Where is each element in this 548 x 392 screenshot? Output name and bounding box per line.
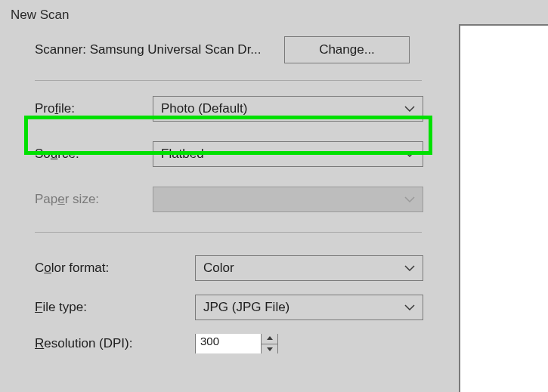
resolution-value[interactable]: 300 xyxy=(196,334,261,353)
color-format-label: Color format: xyxy=(35,261,195,276)
file-type-row: File type: JPG (JPG File) xyxy=(35,295,525,320)
scanner-label: Scanner: Samsung Universal Scan Dr... xyxy=(35,42,284,57)
profile-dropdown[interactable]: Photo (Default) xyxy=(153,96,423,122)
paper-size-row: Paper size: xyxy=(35,187,525,212)
source-row: Source: Flatbed xyxy=(35,141,525,167)
spin-up-button[interactable] xyxy=(262,334,277,344)
divider xyxy=(35,80,422,81)
source-label: Source: xyxy=(35,147,153,162)
paper-size-label: Paper size: xyxy=(35,192,153,207)
color-format-row: Color format: Color xyxy=(35,255,525,281)
resolution-row: Resolution (DPI): 300 xyxy=(35,334,525,353)
scanner-row: Scanner: Samsung Universal Scan Dr... Ch… xyxy=(35,36,420,63)
chevron-down-icon xyxy=(404,151,415,157)
profile-label: Profile: xyxy=(35,101,153,116)
paper-size-dropdown xyxy=(153,187,423,212)
chevron-down-icon xyxy=(404,304,415,310)
spin-down-button[interactable] xyxy=(262,344,277,354)
file-type-label: File type: xyxy=(35,300,195,315)
color-format-dropdown[interactable]: Color xyxy=(195,255,423,281)
change-scanner-button[interactable]: Change... xyxy=(284,36,410,63)
source-dropdown[interactable]: Flatbed xyxy=(153,141,423,167)
color-format-value: Color xyxy=(203,261,234,276)
resolution-spinner[interactable]: 300 xyxy=(195,334,278,353)
profile-row: Profile: Photo (Default) xyxy=(35,96,525,122)
resolution-label: Resolution (DPI): xyxy=(35,336,195,351)
chevron-down-icon xyxy=(404,265,415,271)
preview-pane xyxy=(459,24,548,392)
source-value: Flatbed xyxy=(161,147,204,162)
chevron-down-icon xyxy=(404,196,415,202)
chevron-down-icon xyxy=(404,106,415,112)
profile-value: Photo (Default) xyxy=(161,101,247,116)
divider xyxy=(35,232,422,233)
file-type-value: JPG (JPG File) xyxy=(203,300,289,315)
file-type-dropdown[interactable]: JPG (JPG File) xyxy=(195,295,423,320)
